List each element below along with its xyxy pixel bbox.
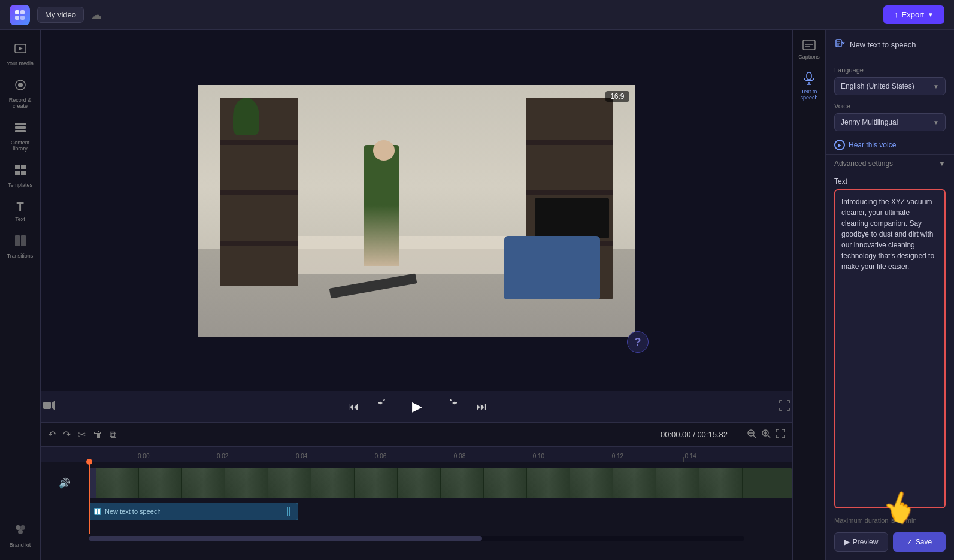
play-button[interactable]: ▶ — [407, 396, 428, 417]
captions-sidebar-item[interactable]: Captions — [794, 35, 825, 65]
expand-timeline-button[interactable] — [776, 429, 785, 441]
video-thumbnails[interactable] — [96, 468, 792, 498]
track-labels: 🔊 — [41, 462, 89, 534]
tts-track-bar[interactable]: New text to speech — [89, 503, 298, 520]
video-controls: ⏮ ▶ ⏭ — [41, 391, 792, 422]
svg-rect-13 — [15, 171, 20, 175]
voice-section: Voice Jenny Multilingual ▼ — [826, 100, 954, 136]
thumb-13 — [613, 468, 656, 498]
svg-rect-0 — [15, 10, 19, 14]
save-label: Save — [916, 538, 932, 546]
zoom-out-button[interactable] — [747, 429, 756, 441]
tts-end-handle[interactable] — [287, 505, 293, 517]
timeline-scrollbar[interactable] — [89, 536, 744, 541]
hear-voice-button[interactable]: ▶ Hear this voice — [826, 136, 954, 154]
svg-rect-34 — [807, 72, 811, 80]
ruler-mark-12: 0:12 — [611, 447, 684, 462]
track-left-handle[interactable] — [89, 468, 96, 498]
thumb-14 — [656, 468, 699, 498]
ruler-mark-6: 0:06 — [374, 447, 453, 462]
sidebar-item-your-media[interactable]: Your media — [2, 37, 38, 71]
hear-voice-label: Hear this voice — [849, 141, 896, 149]
save-button[interactable]: ✓ Save — [893, 532, 946, 552]
brand-kit-icon — [14, 523, 27, 540]
copy-button[interactable]: ⧉ — [110, 429, 116, 440]
svg-point-17 — [16, 525, 20, 530]
zoom-controls — [747, 429, 785, 441]
language-select[interactable]: English (United States) ▼ — [834, 77, 946, 95]
timeline-ruler: 0:00 0:02 0:04 0:06 0:08 0:10 0:12 0:14 — [41, 447, 792, 462]
project-name[interactable]: My video — [37, 7, 84, 23]
forward-button[interactable] — [443, 397, 459, 417]
tts-sidebar-item[interactable]: Text tospeech — [795, 67, 822, 105]
video-track — [89, 467, 792, 500]
export-icon: ↑ — [894, 10, 898, 19]
text-input[interactable] — [835, 190, 944, 507]
video-canvas: 16:9 › — [198, 85, 635, 337]
thumb-1 — [96, 468, 139, 498]
sidebar-item-brand-kit[interactable]: Brand kit — [2, 519, 38, 553]
tts-icon — [803, 72, 815, 86]
text-section: Text — [826, 172, 954, 513]
export-button[interactable]: ↑ Export ▼ — [883, 5, 944, 24]
advanced-settings-label: Advanced settings — [834, 159, 893, 168]
thumb-12 — [570, 468, 613, 498]
sidebar-item-content-library[interactable]: Contentlibrary — [2, 116, 38, 156]
language-label: Language — [834, 66, 946, 74]
right-sidebar: Captions Text tospeech — [792, 30, 825, 560]
svg-marker-23 — [452, 401, 455, 405]
help-button[interactable]: ? — [627, 331, 649, 353]
language-chevron-icon: ▼ — [933, 83, 939, 90]
thumb-6 — [311, 468, 355, 498]
cut-button[interactable]: ✂ — [78, 429, 86, 440]
sidebar-item-record-create[interactable]: Record &create — [2, 74, 38, 114]
sidebar-label-transitions: Transitions — [7, 253, 34, 259]
timeline-toolbar: ↶ ↷ ✂ 🗑 ⧉ 00:00.00 / 00:15.82 — [41, 423, 792, 447]
preview-play-icon: ▶ — [844, 538, 850, 546]
preview-label: Preview — [853, 538, 879, 546]
voice-select[interactable]: Jenny Multilingual ▼ — [834, 113, 946, 131]
sidebar-item-templates[interactable]: Templates — [2, 159, 38, 193]
scrollbar-thumb[interactable] — [89, 536, 482, 541]
preview-button[interactable]: ▶ Preview — [834, 532, 888, 552]
svg-rect-14 — [21, 171, 26, 175]
sidebar-item-transitions[interactable]: Transitions — [2, 229, 38, 264]
skip-back-button[interactable]: ⏮ — [346, 398, 361, 416]
video-frame — [198, 85, 635, 337]
sidebar-item-text[interactable]: T Text — [2, 195, 38, 227]
zoom-in-button[interactable] — [761, 429, 771, 441]
tracks-container: New text to speech — [89, 462, 792, 534]
fullscreen-button[interactable] — [777, 398, 792, 416]
main-area: Your media Record &create Contentlibrary — [0, 30, 954, 560]
language-section: Language English (United States) ▼ — [826, 59, 954, 100]
skip-forward-button[interactable]: ⏭ — [474, 398, 489, 416]
thumb-3 — [182, 468, 225, 498]
redo-button[interactable]: ↷ — [63, 429, 71, 440]
tts-track: New text to speech — [89, 503, 792, 524]
your-media-icon — [14, 42, 27, 58]
svg-marker-22 — [380, 401, 383, 405]
camera-icon-button[interactable] — [41, 398, 57, 416]
voice-chevron-icon: ▼ — [933, 119, 939, 126]
undo-button[interactable]: ↶ — [48, 429, 56, 440]
svg-rect-10 — [15, 130, 26, 132]
tts-panel-header: New text to speech — [826, 30, 954, 59]
svg-line-28 — [768, 435, 770, 438]
svg-rect-3 — [20, 16, 25, 20]
sidebar-label-text: Text — [15, 216, 25, 222]
thumb-4 — [225, 468, 268, 498]
svg-marker-21 — [52, 401, 55, 410]
svg-point-19 — [18, 529, 23, 534]
svg-rect-8 — [15, 123, 26, 125]
language-value: English (United States) — [841, 82, 914, 90]
topbar: My video ☁ ↑ Export ▼ — [0, 0, 954, 30]
aspect-ratio-badge[interactable]: 16:9 — [605, 91, 629, 102]
svg-rect-16 — [21, 235, 26, 246]
templates-icon — [14, 164, 27, 180]
delete-button[interactable]: 🗑 — [93, 429, 102, 440]
advanced-settings-row[interactable]: Advanced settings ▼ — [826, 154, 954, 172]
advanced-settings-chevron-icon: ▼ — [938, 159, 946, 168]
rewind-button[interactable] — [375, 397, 392, 417]
thumb-2 — [139, 468, 182, 498]
ruler-mark-4: 0:04 — [295, 447, 374, 462]
